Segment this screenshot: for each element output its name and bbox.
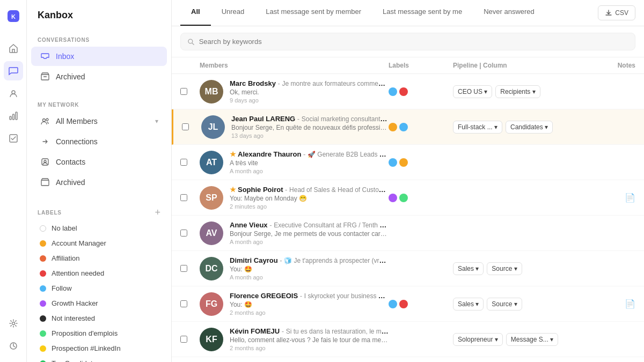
row-checkbox[interactable] <box>180 300 187 307</box>
tab-last-sent-by-me[interactable]: Last message sent by me <box>372 0 473 26</box>
sidebar-label-item[interactable]: Affiliation <box>31 251 167 265</box>
conv-pipeline: Sales ▾Source ▾ <box>453 262 592 275</box>
conv-content: ★Sophie Poirot - Head of Sales & Head of… <box>230 186 389 210</box>
table-row[interactable]: JLJean Paul LARENG - Social marketing co… <box>172 109 644 145</box>
notes-icon: 📄 <box>625 193 635 203</box>
table-row[interactable]: KFKévin FOMEJU - Si tu es dans la restau… <box>172 322 644 357</box>
conv-content: Dimitri Cayrou - 🧊 Je t'apprends à prosp… <box>230 256 389 280</box>
row-checkbox[interactable] <box>180 88 187 95</box>
label-name: Attention needed <box>52 269 104 277</box>
label-color-dot <box>40 300 46 307</box>
conv-labels <box>389 300 453 308</box>
tab-all[interactable]: All <box>180 0 211 26</box>
search-bar <box>172 26 644 57</box>
conv-content: Florence GREGEOIS - I skyrocket your bus… <box>230 292 389 316</box>
rail-icon-network[interactable] <box>4 84 23 103</box>
column-select[interactable]: Candidates ▾ <box>506 121 553 134</box>
conv-headline: Si tu es dans la restauration, le market… <box>286 327 389 335</box>
headline-separator: - <box>276 79 282 87</box>
th-members: Members <box>200 62 389 69</box>
table-row[interactable]: SP★Sophie Poirot - Head of Sales & Head … <box>172 180 644 216</box>
sidebar-label-item[interactable]: Top Candidate <box>31 356 167 362</box>
archived-label: Archived <box>56 72 158 81</box>
avatar: JL <box>201 115 225 139</box>
table-row[interactable]: MBMarc Brodsky - Je montre aux formateur… <box>172 74 644 109</box>
row-checkbox[interactable] <box>180 194 187 201</box>
sidebar-item-connections[interactable]: Connections <box>31 132 167 151</box>
label-color-dot <box>40 360 46 363</box>
conv-pipeline: CEO US ▾Recipients ▾ <box>453 85 592 98</box>
pipeline-select[interactable]: CEO US ▾ <box>453 85 492 98</box>
sidebar-label-item[interactable]: Proposition d'emplois <box>31 326 167 341</box>
conv-headline: 🧊 Je t'apprends à prospecter (vraiment) … <box>284 256 389 264</box>
conv-labels <box>389 194 453 202</box>
row-checkbox[interactable] <box>180 336 187 343</box>
label-name: Not interested <box>52 314 95 322</box>
table-row[interactable]: JSJulie STRACZEK - Talent Acquisition Sp… <box>172 357 644 362</box>
rail-icon-messages[interactable] <box>4 61 23 80</box>
tabs-bar: All Unread Last message sent by member L… <box>172 0 644 26</box>
tab-never-answered[interactable]: Never answered <box>473 0 545 26</box>
rail-icon-history[interactable] <box>4 336 23 356</box>
conv-labels <box>389 87 453 96</box>
rail-icon-tasks[interactable] <box>4 129 23 148</box>
label-color-dot <box>40 315 46 322</box>
sidebar-item-network-archived[interactable]: Archived <box>31 173 167 192</box>
rail-icon-home[interactable] <box>4 39 23 58</box>
add-label-button[interactable]: + <box>155 208 160 217</box>
pipeline-select[interactable]: Sales ▾ <box>453 262 484 275</box>
search-input[interactable] <box>199 38 628 46</box>
rail-icon-logo[interactable]: K <box>4 6 23 26</box>
label-color-dot <box>40 240 46 247</box>
pipeline-select[interactable]: Solopreneur ▾ <box>453 333 503 346</box>
table-header: Members Labels Pipeline | Column Notes <box>172 57 644 74</box>
svg-point-15 <box>188 39 193 43</box>
sidebar-label-item[interactable]: Growth Hacker <box>31 296 167 311</box>
pipeline-select[interactable]: Full-stack ... ▾ <box>453 121 502 134</box>
pipeline-select[interactable]: Sales ▾ <box>453 298 484 311</box>
sidebar-item-contacts[interactable]: Contacts <box>31 152 167 172</box>
row-checkbox-wrap <box>180 230 200 237</box>
sidebar-label-item[interactable]: Not interested <box>31 311 167 326</box>
network-archived-icon <box>40 177 50 188</box>
column-select[interactable]: Source ▾ <box>487 262 522 275</box>
search-input-wrap <box>180 33 635 50</box>
sidebar-label-item[interactable]: No label <box>31 221 167 235</box>
table-row[interactable]: AT★Alexandre Thauron - 🚀 Generate B2B Le… <box>172 145 644 180</box>
label-color-dot <box>40 255 46 262</box>
column-select[interactable]: Source ▾ <box>487 298 522 311</box>
row-checkbox[interactable] <box>180 265 187 272</box>
all-members-chevron: ▾ <box>155 117 158 125</box>
tab-last-sent-by-member[interactable]: Last message sent by member <box>255 0 372 26</box>
column-select[interactable]: Message S... ▾ <box>506 333 558 346</box>
sidebar-label-item[interactable]: Prospection #LinkedIn <box>31 341 167 356</box>
sidebar-label-item[interactable]: Attention needed <box>31 266 167 280</box>
csv-button[interactable]: CSV <box>598 5 635 20</box>
row-checkbox[interactable] <box>182 123 189 130</box>
sidebar-label-item[interactable]: Account Manager <box>31 236 167 250</box>
sidebar-item-all-members[interactable]: All Members ▾ <box>31 112 167 131</box>
conversations-list: MBMarc Brodsky - Je montre aux formateur… <box>172 74 644 362</box>
headline-separator: - <box>268 221 274 229</box>
table-row[interactable]: DCDimitri Cayrou - 🧊 Je t'apprends à pro… <box>172 251 644 286</box>
conv-pipeline: Full-stack ... ▾Candidates ▾ <box>453 121 592 134</box>
conv-labels <box>389 123 453 131</box>
avatar: AT <box>200 151 223 174</box>
label-dot <box>399 87 408 96</box>
row-checkbox[interactable] <box>180 159 187 166</box>
conversations-section-label: CONVERSATIONS <box>27 31 171 46</box>
sidebar-label-item[interactable]: Follow <box>31 281 167 295</box>
label-dot <box>399 158 408 167</box>
table-row[interactable]: FGFlorence GREGEOIS - I skyrocket your b… <box>172 286 644 322</box>
row-checkbox[interactable] <box>180 230 187 237</box>
conv-preview: A très vite <box>230 159 389 167</box>
column-select[interactable]: Recipients ▾ <box>495 85 540 98</box>
sidebar-item-inbox[interactable]: Inbox <box>31 47 167 66</box>
row-checkbox-wrap <box>180 194 200 201</box>
tab-unread[interactable]: Unread <box>211 0 255 26</box>
table-row[interactable]: AVAnne Vieux - Executive Consultant at F… <box>172 216 644 251</box>
rail-icon-analytics[interactable] <box>4 106 23 125</box>
rail-icon-settings[interactable] <box>4 314 23 333</box>
labels-list: No labelAccount ManagerAffiliationAttent… <box>27 220 171 362</box>
sidebar-item-archived[interactable]: Archived <box>31 67 167 86</box>
